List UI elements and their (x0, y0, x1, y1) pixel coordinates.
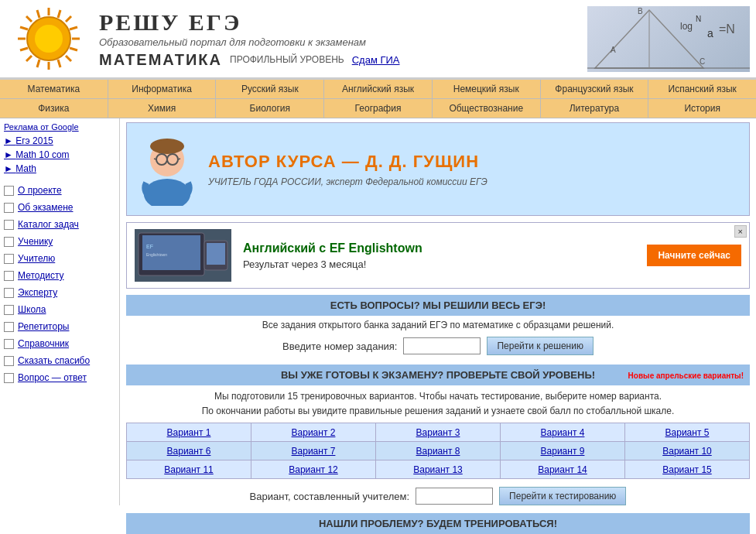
ef-title: Английский с EF Englishtown (243, 241, 639, 255)
sidebar-ad-1[interactable]: ► Егэ 2015 (4, 134, 115, 148)
variant-link-6[interactable]: Вариант 6 (167, 446, 211, 457)
teacher-variant-input[interactable] (416, 488, 493, 505)
checkbox-methodist[interactable] (4, 271, 14, 281)
variant-link-11[interactable]: Вариант 11 (164, 464, 214, 475)
ef-close-button[interactable]: × (734, 225, 747, 238)
variant-link-2[interactable]: Вариант 2 (292, 427, 336, 438)
checkbox-about[interactable] (4, 186, 14, 196)
sidebar-nav-teacher[interactable]: Учителю (4, 250, 115, 267)
svg-line-10 (37, 10, 39, 18)
sidebar-nav-school[interactable]: Школа (4, 301, 115, 318)
variant-link-15[interactable]: Вариант 15 (662, 464, 712, 475)
sidebar-nav-student[interactable]: Ученику (4, 233, 115, 250)
math-decoration: log N a =N A B C (587, 6, 750, 72)
nav-history[interactable]: История (648, 99, 756, 118)
checkbox-handbook[interactable] (4, 339, 14, 349)
sidebar-nav-thanks[interactable]: Сказать спасибо (4, 352, 115, 369)
variant-cell-10: Вариант 10 (625, 442, 750, 460)
ef-banner: EF Englishtown Английский с EF Englishto… (126, 222, 750, 289)
svg-line-35 (178, 159, 180, 159)
nav-physics[interactable]: Физика (0, 99, 108, 118)
nav-social[interactable]: Обществознание (433, 99, 541, 118)
ef-device-image: EF Englishtown (135, 229, 231, 282)
variant-cell-14: Вариант 14 (501, 460, 625, 479)
variant-cell-1: Вариант 1 (127, 423, 251, 442)
variant-link-13[interactable]: Вариант 13 (413, 464, 463, 475)
svg-line-7 (66, 56, 71, 61)
sidebar-nav-catalog[interactable]: Каталог задач (4, 216, 115, 233)
checkbox-tutors[interactable] (4, 322, 14, 332)
checkbox-student[interactable] (4, 237, 14, 247)
nav-german[interactable]: Немецкий язык (433, 80, 541, 98)
variant-link-14[interactable]: Вариант 14 (538, 464, 587, 475)
svg-point-28 (144, 179, 190, 206)
checkbox-thanks[interactable] (4, 356, 14, 366)
svg-line-12 (20, 27, 28, 29)
sidebar-nav-qa[interactable]: Вопрос — ответ (4, 369, 115, 386)
nav-english[interactable]: Английский язык (324, 80, 433, 98)
svg-text:EF: EF (146, 244, 153, 249)
teacher-variant-label: Вариант, составленный учителем: (250, 491, 409, 502)
sidebar-ad-2[interactable]: ► Math 10 com (4, 148, 115, 162)
svg-line-11 (58, 10, 60, 18)
variant-link-7[interactable]: Вариант 7 (292, 446, 336, 457)
nav-chemistry[interactable]: Химия (108, 99, 217, 118)
nav-bar-1: Математика Информатика Русский язык Англ… (0, 79, 756, 99)
nav-math[interactable]: Математика (0, 80, 108, 98)
variant-link-4[interactable]: Вариант 4 (541, 427, 585, 438)
sidebar-nav-handbook[interactable]: Справочник (4, 335, 115, 352)
variant-link-10[interactable]: Вариант 10 (662, 446, 712, 457)
main-layout: Реклама от Google ► Егэ 2015 ► Math 10 c… (0, 118, 756, 534)
subject-name: МАТЕМАТИКА (99, 51, 222, 69)
exam-header: ВЫ УЖЕ ГОТОВЫ К ЭКЗАМЕНУ? ПРОВЕРЬТЕ СВОЙ… (126, 365, 750, 385)
variant-link-5[interactable]: Вариант 5 (665, 427, 710, 438)
subject-line: МАТЕМАТИКА ПРОФИЛЬНЫЙ УРОВЕНЬ Сдам ГИА (99, 51, 587, 69)
checkbox-school[interactable] (4, 305, 14, 315)
sidebar-nav-about[interactable]: О проекте (4, 182, 115, 199)
nav-informatics[interactable]: Информатика (108, 80, 217, 98)
site-subtitle: Образовательный портал для подготовки к … (99, 36, 587, 48)
sidebar-nav-expert[interactable]: Эксперту (4, 284, 115, 301)
nav-bar-2: Физика Химия Биология География Общество… (0, 99, 756, 118)
nav-spanish[interactable]: Испанский язык (648, 80, 756, 98)
svg-text:N: N (696, 15, 701, 23)
nav-literature[interactable]: Литература (541, 99, 649, 118)
nav-geography[interactable]: География (324, 99, 433, 118)
gia-link[interactable]: Сдам ГИА (352, 54, 400, 66)
ef-start-button[interactable]: Начните сейчас (647, 245, 741, 266)
go-to-solution-button[interactable]: Перейти к решению (487, 337, 593, 355)
variant-cell-5: Вариант 5 (625, 423, 750, 442)
nav-russian[interactable]: Русский язык (216, 80, 324, 98)
variant-cell-8: Вариант 8 (376, 442, 501, 460)
sidebar-nav-methodist[interactable]: Методисту (4, 267, 115, 284)
sidebar-nav-tutors[interactable]: Репетиторы (4, 318, 115, 335)
variant-link-12[interactable]: Вариант 12 (289, 464, 338, 475)
header: РЕШУ ЕГЭ Образовательный портал для подг… (0, 0, 756, 79)
exam-header-text: ВЫ УЖЕ ГОТОВЫ К ЭКЗАМЕНУ? ПРОВЕРЬТЕ СВОЙ… (281, 369, 595, 381)
checkbox-exam[interactable] (4, 203, 14, 213)
nav-biology[interactable]: Биология (216, 99, 324, 118)
task-number-input[interactable] (403, 337, 481, 354)
variant-link-1[interactable]: Вариант 1 (167, 427, 211, 438)
variant-link-9[interactable]: Вариант 9 (541, 446, 585, 457)
checkbox-teacher[interactable] (4, 254, 14, 264)
checkbox-qa[interactable] (4, 373, 14, 383)
go-to-testing-button[interactable]: Перейти к тестированию (499, 487, 626, 505)
site-title: РЕШУ ЕГЭ (99, 9, 587, 36)
sidebar-nav-exam[interactable]: Об экзамене (4, 199, 115, 216)
svg-text:log: log (680, 21, 693, 32)
variant-cell-4: Вариант 4 (501, 423, 625, 442)
svg-line-13 (20, 48, 28, 50)
sidebar-ad-3[interactable]: ► Math (4, 162, 115, 176)
svg-point-30 (150, 139, 184, 154)
checkbox-expert[interactable] (4, 288, 14, 298)
arrow-icon-3: ► (4, 163, 15, 174)
variant-cell-15: Вариант 15 (625, 460, 750, 479)
nav-french[interactable]: Французский язык (541, 80, 649, 98)
variant-link-3[interactable]: Вариант 3 (416, 427, 460, 438)
teacher-variant-row: Вариант, составленный учителем: Перейти … (126, 487, 750, 505)
variant-link-8[interactable]: Вариант 8 (416, 446, 460, 457)
checkbox-catalog[interactable] (4, 220, 14, 230)
svg-line-14 (70, 27, 77, 29)
questions-section: ЕСТЬ ВОПРОСЫ? МЫ РЕШИЛИ ВЕСЬ ЕГЭ! Все за… (126, 295, 750, 355)
